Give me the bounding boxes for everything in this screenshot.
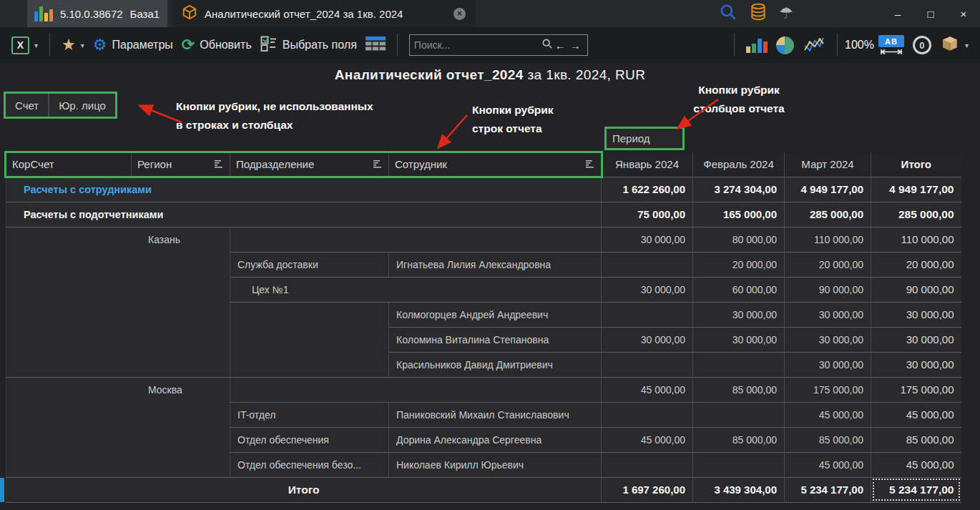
- cell-value[interactable]: 30 000,00: [871, 302, 961, 327]
- chevron-down-icon[interactable]: ▾: [34, 41, 38, 49]
- cell-value[interactable]: 285 000,00: [785, 202, 871, 227]
- cell-value[interactable]: 1 697 260,00: [602, 477, 693, 502]
- cell-value[interactable]: 5 234 177,00: [785, 477, 871, 502]
- chevron-down-icon[interactable]: ▾: [81, 41, 84, 49]
- row-label-department[interactable]: Служба доставки: [230, 252, 389, 277]
- rubric-button-period[interactable]: Период: [604, 127, 685, 150]
- cell-value[interactable]: 45 000,00: [602, 427, 693, 452]
- col-header-mar[interactable]: Март 2024: [785, 152, 871, 177]
- zoom-level[interactable]: 100%: [845, 39, 874, 52]
- cell-value[interactable]: 285 000,00: [871, 202, 961, 227]
- cell-value[interactable]: 30 000,00: [693, 302, 785, 327]
- row-label-department[interactable]: Отдел обеспечения: [230, 427, 389, 452]
- search-glass-icon[interactable]: [542, 38, 553, 52]
- favorites-button[interactable]: ★ ▾: [57, 32, 89, 58]
- row-label[interactable]: Расчеты с подотчетниками: [6, 202, 602, 227]
- row-label-employee[interactable]: Игнатьева Лилия Александровна: [389, 252, 602, 277]
- cell-value[interactable]: [602, 302, 693, 327]
- cell-value[interactable]: 30 000,00: [693, 327, 785, 352]
- cell-empty[interactable]: [230, 302, 389, 377]
- cell-value[interactable]: 20 000,00: [871, 252, 961, 277]
- row-label-employee[interactable]: Николаев Кирилл Юрьевич: [389, 452, 602, 477]
- row-label-region[interactable]: Москва: [6, 377, 230, 477]
- select-fields-button[interactable]: Выбрать поля: [256, 32, 361, 58]
- row-label-department[interactable]: IT-отдел: [230, 402, 389, 427]
- rubric-button-account[interactable]: Счет: [6, 94, 48, 117]
- cell-value[interactable]: 30 000,00: [785, 302, 871, 327]
- package-button[interactable]: ▾: [936, 32, 973, 58]
- line-chart-button[interactable]: [798, 32, 830, 58]
- cell-value[interactable]: 110 000,00: [871, 227, 961, 252]
- cell-value[interactable]: [602, 452, 693, 477]
- cell-value[interactable]: [602, 252, 693, 277]
- cell-value[interactable]: [693, 402, 785, 427]
- cell-value[interactable]: 85 000,00: [693, 377, 785, 402]
- pie-chart-button[interactable]: [772, 32, 798, 58]
- row-label-employee[interactable]: Коломина Виталина Степановна: [389, 327, 602, 352]
- tab-close-icon[interactable]: ×: [454, 8, 466, 20]
- close-button[interactable]: ×: [947, 0, 980, 27]
- database-icon[interactable]: [749, 3, 768, 24]
- row-label-employee[interactable]: Паниковский Михаил Станиславович: [389, 402, 602, 427]
- cell-value[interactable]: 30 000,00: [871, 352, 961, 377]
- cell-value[interactable]: 3 274 304,00: [693, 177, 785, 202]
- cell-value[interactable]: 45 000,00: [785, 402, 871, 427]
- cell-value[interactable]: 60 000,00: [693, 277, 785, 302]
- cell-empty[interactable]: [230, 377, 602, 402]
- cell-value[interactable]: 85 000,00: [871, 427, 961, 452]
- cell-value[interactable]: 80 000,00: [693, 227, 785, 252]
- cell-value[interactable]: 20 000,00: [693, 252, 785, 277]
- cell-value-selected[interactable]: 5 234 177,00: [871, 477, 961, 502]
- row-header-region[interactable]: Регион: [132, 152, 230, 177]
- cell-value[interactable]: [602, 352, 693, 377]
- cell-value[interactable]: 30 000,00: [602, 227, 693, 252]
- cell-value[interactable]: 3 439 304,00: [693, 477, 785, 502]
- cell-value[interactable]: 1 622 260,00: [602, 177, 693, 202]
- cell-value[interactable]: 45 000,00: [871, 402, 961, 427]
- total-label[interactable]: Итого: [6, 477, 602, 502]
- search-icon[interactable]: [719, 3, 738, 24]
- search-input[interactable]: [414, 39, 542, 51]
- cell-value[interactable]: 175 000,00: [871, 377, 961, 402]
- row-label-employee[interactable]: Колмогорцев Андрей Андреевич: [389, 302, 602, 327]
- row-header-department[interactable]: Подразделение: [230, 152, 389, 177]
- cell-value[interactable]: 45 000,00: [785, 452, 871, 477]
- zero-values-button[interactable]: 0: [908, 32, 936, 58]
- table-view-button[interactable]: [361, 32, 390, 58]
- cell-value[interactable]: [693, 352, 785, 377]
- cell-value[interactable]: 4 949 177,00: [871, 177, 961, 202]
- cell-value[interactable]: 165 000,00: [693, 202, 785, 227]
- export-excel-button[interactable]: X ▾: [7, 32, 42, 58]
- cell-value[interactable]: 85 000,00: [785, 427, 871, 452]
- cell-value[interactable]: [602, 402, 693, 427]
- col-header-jan[interactable]: Январь 2024: [602, 152, 693, 177]
- col-header-total[interactable]: Итого: [871, 152, 961, 177]
- umbrella-icon[interactable]: ☂: [779, 6, 793, 21]
- document-tab[interactable]: Аналитический отчет_2024 за 1кв. 2024 ×: [172, 0, 476, 27]
- cell-value[interactable]: 30 000,00: [871, 327, 961, 352]
- cell-value[interactable]: 30 000,00: [602, 327, 693, 352]
- column-width-button[interactable]: AB: [874, 32, 908, 58]
- row-label-department[interactable]: Отдел обеспечения безо...: [230, 452, 389, 477]
- cell-value[interactable]: 90 000,00: [871, 277, 961, 302]
- cell-value[interactable]: [693, 452, 785, 477]
- cell-value[interactable]: 30 000,00: [785, 327, 871, 352]
- cell-value[interactable]: 75 000,00: [602, 202, 693, 227]
- cell-value[interactable]: 90 000,00: [785, 277, 871, 302]
- refresh-button[interactable]: ⟳ Обновить: [177, 32, 256, 58]
- cell-value[interactable]: 30 000,00: [602, 277, 693, 302]
- row-header-employee[interactable]: Сотрудник: [389, 152, 602, 177]
- row-label[interactable]: Расчеты с сотрудниками: [6, 177, 602, 202]
- maximize-button[interactable]: □: [914, 0, 947, 27]
- cell-value[interactable]: 45 000,00: [602, 377, 693, 402]
- cell-value[interactable]: 30 000,00: [785, 352, 871, 377]
- row-label-department[interactable]: Цех №1: [230, 277, 602, 302]
- row-label-employee[interactable]: Дорина Александра Сергеевна: [389, 427, 602, 452]
- chevron-down-icon[interactable]: ▾: [965, 41, 969, 49]
- parameters-button[interactable]: ⚙ Параметры: [89, 32, 177, 58]
- rubric-button-legal-entity[interactable]: Юр. лицо: [49, 94, 115, 117]
- search-next-icon[interactable]: →: [568, 39, 583, 52]
- row-header-korschet[interactable]: КорСчет: [6, 152, 132, 177]
- cell-value[interactable]: 4 949 177,00: [785, 177, 871, 202]
- cell-value[interactable]: 85 000,00: [693, 427, 785, 452]
